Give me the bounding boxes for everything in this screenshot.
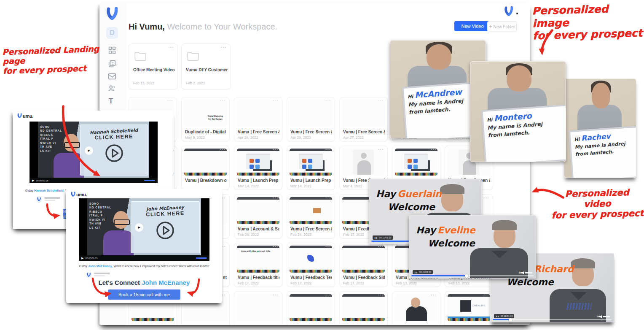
dashboard-grid-icon[interactable]: [107, 46, 117, 55]
man-head: [592, 83, 610, 108]
video-date: Feb 17, 2022: [238, 281, 259, 285]
volume-bar[interactable]: [525, 272, 532, 273]
printer-thumbnail: CREALITY: [448, 294, 490, 321]
video-card[interactable]: ···Vumu | Free Screen & Vid...Apr 29, 20…: [234, 97, 282, 141]
video-card[interactable]: ···: [287, 291, 335, 325]
desk-thumbnail: [237, 149, 279, 176]
more-options-icon[interactable]: ···: [220, 98, 226, 103]
video-card[interactable]: ···Vumu | Breakdown of Ov...: [181, 146, 230, 190]
columns-thumbnail: [342, 246, 385, 273]
play-circle-icon[interactable]: [155, 220, 175, 241]
volume-bar[interactable]: [196, 257, 207, 259]
video-card[interactable]: ···: [392, 291, 440, 325]
account-logo-icon[interactable]: [503, 6, 514, 17]
player-controls[interactable]: ▶ 00:00/00:28: [79, 255, 209, 261]
player-controls[interactable]: ▶ 00:00/00:28: [30, 178, 158, 183]
more-options-icon[interactable]: ···: [273, 292, 279, 298]
landing-page-john: umu. SOHOND CENTRAL RIBECAITRAL P NWICH …: [66, 189, 222, 303]
more-options-icon[interactable]: ···: [325, 292, 331, 298]
video-card[interactable]: Digital MarketingFor Car Rentals···Dupli…: [181, 97, 230, 141]
more-options-icon[interactable]: ···: [431, 292, 437, 298]
playback-rate[interactable]: 1x: [518, 271, 521, 274]
play-icon[interactable]: ▶: [81, 257, 83, 260]
more-options-icon[interactable]: ···: [220, 147, 226, 152]
more-options-icon[interactable]: ···: [378, 147, 384, 152]
text-tool-icon[interactable]: T: [109, 97, 113, 105]
volume-bar[interactable]: [144, 180, 155, 181]
contacts-icon[interactable]: [107, 84, 117, 93]
more-options-icon[interactable]: ···: [273, 195, 279, 200]
more-options-icon[interactable]: ···: [431, 147, 437, 152]
library-pages-icon[interactable]: [107, 59, 117, 68]
white-thumbnail: [342, 100, 385, 127]
play-icon[interactable]: ▶: [32, 179, 34, 182]
video-card[interactable]: ···Vumu | Launch Prep Part...Mar 14, 202…: [287, 146, 335, 190]
workspace-avatar[interactable]: D: [106, 27, 118, 39]
vumu-logo-icon: [105, 7, 119, 21]
video-card[interactable]: ···Vumu | Free Screen & Vid...Feb 24, 20…: [287, 194, 335, 238]
video-date: Mar 14, 2022: [238, 184, 259, 188]
redsheet-thumbnail: [184, 149, 227, 176]
folder-icon: [134, 51, 147, 61]
folder-card[interactable]: ···Vumu DFY CustomerFeb 2, 2022: [181, 43, 231, 89]
personalized-video-eveline[interactable]: HayEveline Welcome ❚❚00:11/01:13 1x: [409, 215, 536, 279]
video-card[interactable]: ···Vumu | Account & Settin...Feb 28, 202…: [234, 194, 282, 238]
video-date: Apr 29, 2022: [238, 135, 258, 140]
more-options-icon[interactable]: ···: [378, 292, 384, 298]
man-hair: [492, 220, 517, 230]
player-time: ❚❚00:11/01:13: [413, 270, 433, 274]
more-options-icon[interactable]: ···: [378, 244, 384, 249]
personalized-image-montero: HiMontero My name is Andrej from Iamtech…: [470, 61, 566, 162]
volume-bar[interactable]: [603, 316, 610, 317]
play-circle-icon[interactable]: [104, 143, 124, 163]
more-options-icon[interactable]: ···: [273, 147, 279, 152]
more-options-icon[interactable]: ···: [167, 98, 173, 103]
account-menu-dot[interactable]: [516, 13, 518, 14]
darksite-thumbnail: [290, 197, 332, 224]
video-title: Vumu | Feedback Side N...: [343, 275, 385, 280]
more-options-icon[interactable]: ···: [483, 195, 489, 200]
video-card[interactable]: ···Vumu | Launch Prep Part...Mar 14, 202…: [234, 146, 282, 190]
more-options-icon[interactable]: ···: [221, 45, 227, 50]
more-options-icon[interactable]: ···: [273, 244, 279, 249]
mail-icon[interactable]: [107, 72, 117, 81]
video-card[interactable]: ···: [339, 291, 388, 325]
more-options-icon[interactable]: ···: [325, 98, 331, 103]
thumbnail-text: CREALITY: [472, 304, 489, 307]
more-options-icon[interactable]: ···: [168, 45, 174, 50]
presenter-body: [54, 153, 84, 178]
video-card[interactable]: ···Vumu | Free Screen & Vid...Apr 27, 20…: [339, 97, 388, 141]
play-button[interactable]: ▶: [85, 146, 93, 155]
more-options-icon[interactable]: ···: [325, 195, 331, 200]
video-card[interactable]: ···Vumu | Feedback Side N...Feb 17, 2022: [339, 243, 388, 287]
white-thumbnail: [237, 294, 279, 321]
thumbnail-badge: Digital MarketingFor Car Rentals: [206, 114, 225, 122]
video-card[interactable]: ···Vumu | Feedback Text bo...Feb 17, 202…: [287, 243, 335, 287]
more-options-icon[interactable]: ···: [378, 98, 384, 103]
video-card[interactable]: ···: [234, 291, 282, 325]
lets-connect-heading: Let's Connect John McEnaney: [66, 279, 222, 286]
folder-card[interactable]: ···Office Meeting VideosFeb 13, 2022: [129, 43, 178, 89]
new-folder-button[interactable]: + New Folder: [487, 21, 517, 32]
video-player[interactable]: SOHOND CENTRAL RIBECAITRAL P NWICH VITH …: [79, 198, 209, 261]
more-options-icon[interactable]: ···: [325, 244, 331, 249]
more-options-icon[interactable]: ···: [325, 147, 331, 152]
book-call-button[interactable]: Book a 15min call with me: [108, 289, 180, 300]
more-options-icon[interactable]: ···: [273, 98, 279, 103]
whiteboard: HiRachev My name is Andrej from Iamtech.: [569, 125, 636, 178]
progress-bar[interactable]: [493, 319, 612, 320]
video-date: Feb 17, 2022: [343, 233, 364, 237]
whiteboard: HiMontero My name is Andrej from Iamtech…: [481, 104, 566, 162]
new-video-button[interactable]: New Video: [454, 21, 491, 31]
progress-handle[interactable]: [509, 318, 512, 322]
video-card[interactable]: ···Vumu | Free Screen & Vid...Apr 29, 20…: [287, 97, 335, 141]
progress-bar[interactable]: [411, 275, 534, 276]
progress-handle[interactable]: [465, 274, 468, 278]
video-card[interactable]: CREALITY···: [445, 291, 493, 325]
playback-rate[interactable]: 1x: [596, 315, 599, 318]
video-card[interactable]: tion with the project title···Vumu | Fee…: [234, 243, 282, 287]
more-options-icon[interactable]: ···: [483, 292, 489, 298]
video-player[interactable]: SOHOND CENTRAL RIBECAITRAL P NWICH VITH …: [30, 122, 158, 183]
video-title: Vumu | Launch Prep Part...: [238, 178, 279, 183]
presenter-glasses: [64, 142, 80, 148]
